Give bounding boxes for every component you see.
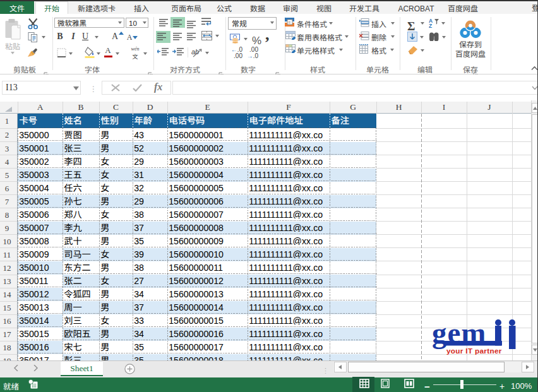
- svg-text:Z: Z: [429, 21, 432, 28]
- svg-text:=: =: [288, 19, 290, 25]
- svg-text:your IT partner: your IT partner: [446, 347, 502, 355]
